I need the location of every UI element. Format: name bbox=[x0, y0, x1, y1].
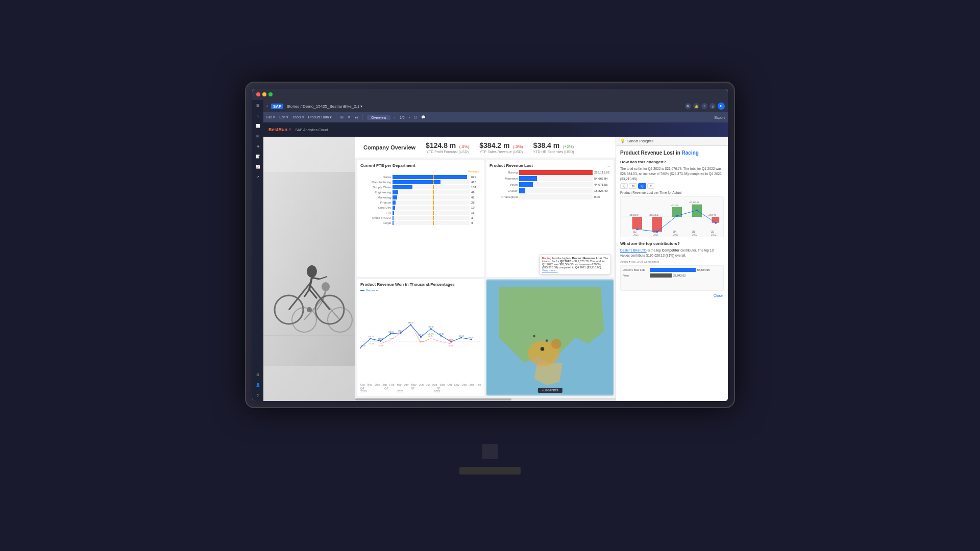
monitor-stand-base bbox=[459, 467, 521, 474]
maximize-dot[interactable] bbox=[268, 92, 273, 96]
bestrun-text: BestRun bbox=[268, 127, 287, 132]
period-tab-y[interactable]: Y bbox=[647, 183, 655, 189]
sidebar-home-icon[interactable]: ⌂ bbox=[254, 112, 261, 119]
sidebar-analytics-icon[interactable]: 📈 bbox=[254, 163, 261, 170]
timeline-nov2: Nov bbox=[454, 383, 459, 386]
dexter-link[interactable]: Dexter's Bike LTD bbox=[620, 248, 647, 252]
bike-image bbox=[263, 137, 355, 401]
timeline-dec: Dec bbox=[375, 383, 380, 386]
period-tab-q2[interactable]: Q bbox=[638, 183, 646, 189]
bestrun-header: BestRun ® SAP Analytics Cloud bbox=[263, 122, 728, 137]
svg-point-28 bbox=[370, 338, 371, 339]
timeline-labels: Oct Nov Dec Jan Feb Mar Apr May Jun bbox=[360, 383, 481, 386]
competitor-bar-chart: Dexter's Bike LTD 58,644.55 Fixto 27,942… bbox=[620, 265, 724, 291]
svg-point-38 bbox=[471, 339, 472, 340]
product-data-menu[interactable]: Product Data ▾ bbox=[308, 115, 332, 119]
timeline-oct: Oct bbox=[360, 383, 365, 386]
bulb-icon: 💡 bbox=[620, 139, 625, 143]
period-tab-q1[interactable]: Q bbox=[620, 183, 628, 189]
svg-text:+46.75%: +46.75% bbox=[428, 333, 434, 335]
legends-button[interactable]: › LEGENDS bbox=[537, 388, 562, 393]
sidebar-share-icon[interactable]: ↗ bbox=[254, 173, 261, 181]
file-menu[interactable]: File ▾ bbox=[266, 115, 275, 119]
svg-text:590.21: 590.21 bbox=[398, 330, 403, 332]
refresh-icon[interactable]: ↺ bbox=[348, 115, 351, 119]
close-button[interactable]: Close bbox=[620, 293, 724, 298]
sidebar-story-icon[interactable]: 📝 bbox=[254, 153, 261, 160]
line-chart-card: Product Revenue Won in Thousand.Percenta… bbox=[357, 279, 484, 396]
svg-text:-48.0%: -48.0% bbox=[448, 345, 453, 347]
browser-bar bbox=[252, 89, 728, 100]
breadcrumb: Stories / Demo_15425_BestrunBike_2.1 ▾ bbox=[286, 104, 362, 109]
notification-icon[interactable]: 🔔 bbox=[693, 103, 699, 109]
filter-icon[interactable]: ⊞ bbox=[340, 115, 344, 119]
timeline-jun: Jun bbox=[419, 383, 424, 386]
svg-rect-65 bbox=[632, 217, 643, 229]
competitor-row-dexter: Dexter's Bike LTD 58,644.55 bbox=[623, 268, 721, 272]
table-row: Engineering49 bbox=[360, 190, 481, 194]
sap-logo: SAP bbox=[271, 104, 283, 109]
kpi-revenue-value: $384.2 m (-3%) bbox=[479, 141, 523, 150]
svg-point-34 bbox=[430, 328, 432, 330]
scrollbar[interactable] bbox=[355, 398, 616, 401]
sidebar-data-icon[interactable]: ⊞ bbox=[254, 133, 261, 140]
share-icon[interactable]: Export bbox=[715, 116, 725, 119]
svg-point-20 bbox=[322, 282, 330, 291]
link-icon[interactable]: ⛓ bbox=[355, 116, 358, 119]
tooltip-box: Racing has the highest Product Revenue L… bbox=[540, 254, 611, 274]
monitor-stand-neck bbox=[482, 444, 498, 459]
fte-chart: Average Sales679 Manufacturing435 Supply… bbox=[360, 170, 481, 274]
svg-text:+47.86%: +47.86% bbox=[388, 338, 394, 340]
sidebar-user-icon[interactable]: 👤 bbox=[254, 382, 261, 389]
svg-text:2021: 2021 bbox=[653, 234, 658, 236]
sidebar-help-icon[interactable]: ? bbox=[254, 392, 261, 399]
overview-dropdown[interactable]: Overview bbox=[367, 115, 390, 120]
svg-text:866.54: 866.54 bbox=[408, 322, 413, 324]
svg-point-37 bbox=[460, 337, 462, 338]
comment-icon[interactable]: 💬 bbox=[421, 115, 426, 119]
sidebar-chart-icon[interactable]: 📊 bbox=[254, 122, 261, 130]
app-container: ☰ ⌂ 📊 ⊞ ◈ 📝 📈 ↗ ⋯ ⚙ 👤 ? bbox=[252, 100, 728, 401]
table-row: Marketing41 bbox=[360, 195, 481, 199]
sidebar-menu-icon[interactable]: ☰ bbox=[254, 102, 261, 109]
kpi-expenses-change: (+2%) bbox=[563, 144, 574, 149]
user-avatar[interactable]: U bbox=[718, 103, 725, 110]
change-description: The total so far for Q2 2022 is $21,676.… bbox=[620, 166, 724, 181]
svg-text:2021: 2021 bbox=[673, 234, 678, 236]
svg-text:-53.13%: -53.13% bbox=[419, 341, 424, 343]
tooltip-view-more[interactable]: View more... bbox=[542, 269, 557, 272]
help-nav-icon[interactable]: ? bbox=[701, 103, 707, 109]
table-row: Corp Dev19 bbox=[360, 206, 481, 210]
sidebar-model-icon[interactable]: ◈ bbox=[254, 143, 261, 150]
kpi-profit-change: (-5%) bbox=[459, 144, 470, 149]
bestrun-logo: BestRun ® bbox=[268, 127, 291, 132]
racing-link[interactable]: Racing bbox=[682, 150, 699, 156]
back-button[interactable]: ‹ bbox=[266, 104, 268, 109]
edit-menu[interactable]: Edit ▾ bbox=[279, 115, 288, 119]
prev-page-btn[interactable]: ‹ bbox=[395, 116, 396, 119]
svg-point-62 bbox=[546, 339, 548, 342]
sidebar-settings-icon[interactable]: ⚙ bbox=[254, 371, 261, 379]
zoom-fit-icon[interactable]: ⊡ bbox=[414, 115, 417, 119]
svg-point-31 bbox=[400, 332, 401, 334]
period-tab-m[interactable]: M bbox=[629, 183, 637, 189]
svg-text:327.33: 327.33 bbox=[378, 338, 383, 340]
minimize-dot[interactable] bbox=[262, 92, 266, 96]
rev-lost-chart-title: Product Revenue Lost bbox=[489, 163, 533, 168]
table-row: Sales679 bbox=[360, 175, 481, 179]
close-dot[interactable] bbox=[256, 92, 260, 96]
search-icon[interactable]: 🔍 bbox=[685, 103, 691, 109]
rev-lost-more-btn[interactable]: ⋯ bbox=[606, 164, 610, 169]
timeline-jan: Jan bbox=[382, 383, 387, 386]
svg-point-86 bbox=[656, 231, 658, 233]
tools-menu[interactable]: Tools ▾ bbox=[292, 115, 304, 119]
svg-text:Q2: Q2 bbox=[633, 231, 636, 233]
settings-nav-icon[interactable]: ⚙ bbox=[709, 103, 716, 109]
sidebar-more-icon[interactable]: ⋯ bbox=[254, 184, 261, 191]
center-dashboard: Company Overview $124.8 m (-5%) YTD Prof… bbox=[355, 137, 616, 401]
kpi-profit-number: $124.8 m bbox=[426, 141, 456, 149]
svg-text:-4,907.75: -4,907.75 bbox=[708, 214, 716, 216]
timeline-may: May bbox=[411, 383, 416, 386]
next-page-btn[interactable]: › bbox=[409, 116, 410, 119]
line-chart-svg: 252.34 410.70 327.33 530.21 590.21 866.5… bbox=[360, 293, 481, 383]
